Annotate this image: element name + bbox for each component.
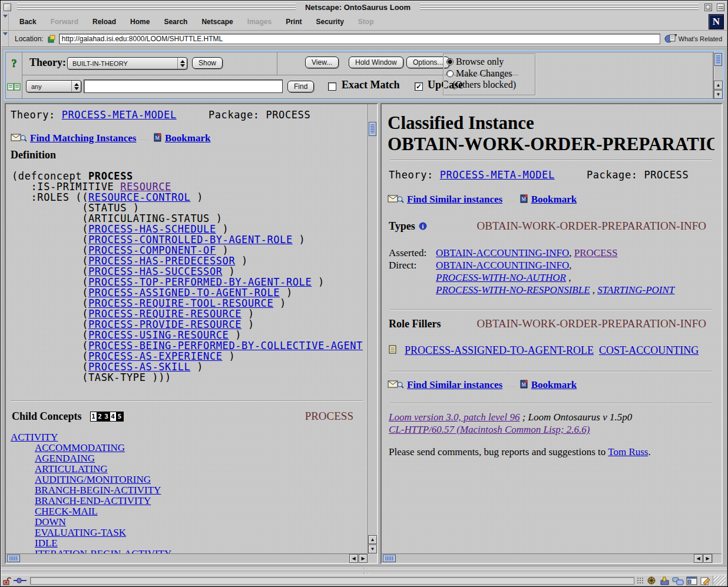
locationbar-collapse-tab[interactable] xyxy=(1,31,9,47)
concept-link[interactable]: PROCESS-TOP-PERFORMED-BY-AGENT-ROLE xyxy=(88,276,312,288)
make-changes-radio[interactable] xyxy=(446,70,454,77)
page-digit-5[interactable]: 5 xyxy=(117,412,123,421)
frame-resize-bar[interactable] xyxy=(1,571,727,575)
toolbar-button-reload[interactable]: Reload xyxy=(92,18,116,26)
cl-http-link[interactable]: CL-HTTP/60.57 (Macintosh Common Lisp; 2.… xyxy=(389,424,590,435)
direct-type-link[interactable]: STARTING-POINT xyxy=(597,284,674,296)
composer-icon[interactable] xyxy=(700,576,710,585)
exact-match-checkbox[interactable] xyxy=(328,82,336,91)
child-concept-link[interactable]: ACCOMMODATING xyxy=(35,442,125,453)
concept-link[interactable]: PROCESS-HAS-SCHEDULE xyxy=(88,223,216,235)
concept-link[interactable]: PROCESS-HAS-PREDECESSOR xyxy=(88,255,235,267)
address-book-icon[interactable] xyxy=(686,576,697,585)
discussions-icon[interactable] xyxy=(672,576,684,585)
hold-window-button[interactable]: Hold Window xyxy=(349,57,403,68)
concept-link[interactable]: PROCESS-CONTROLLED-BY-AGENT-ROLE xyxy=(88,234,293,246)
instance-frame-horizontal-scrollbar[interactable]: ◀ ▶ xyxy=(382,553,722,563)
concept-link[interactable]: PROCESS-ASSIGNED-TO-AGENT-ROLE xyxy=(88,287,280,299)
page-digit-4[interactable]: 4 xyxy=(110,412,117,421)
toolbar-button-back[interactable]: Back xyxy=(19,18,37,26)
theory-link[interactable]: PROCESS-META-MODEL xyxy=(440,169,555,181)
concept-frame-vscroll-thumb[interactable] xyxy=(369,122,376,136)
concept-frame-vertical-scrollbar[interactable]: ▲ ▼ xyxy=(368,104,377,553)
role-filler-link[interactable]: PROCESS-ASSIGNED-TO-AGENT-ROLE xyxy=(405,344,594,356)
mailbox-icon[interactable] xyxy=(659,576,670,585)
asserted-type-link[interactable]: PROCESS xyxy=(574,247,618,258)
concept-frame-scroll-left-button[interactable]: ◀ xyxy=(349,554,358,563)
page-digit-3[interactable]: 3 xyxy=(104,412,110,421)
concept-link[interactable]: PROCESS-COMPONENT-OF xyxy=(88,244,216,256)
concept-link[interactable]: PROCESS-USING-RESOURCE xyxy=(88,329,229,341)
note-icon[interactable] xyxy=(389,345,396,356)
concept-frame-scroll-up-button[interactable]: ▲ xyxy=(368,535,377,544)
page-digit-2[interactable]: 2 xyxy=(97,412,104,421)
concept-link[interactable]: RESOURCE xyxy=(120,181,171,193)
child-concept-link[interactable]: ITERATION-BEGIN-ACTIVITY xyxy=(35,548,171,553)
child-concept-link[interactable]: ARTICULATING xyxy=(35,463,108,475)
role-filler-link[interactable]: COST-ACCOUNTING xyxy=(599,344,699,356)
toolbar-button-search[interactable]: Search xyxy=(164,18,187,26)
toolbar-button-security[interactable]: Security xyxy=(316,18,344,26)
help-icon[interactable]: ? xyxy=(9,57,19,72)
bookmark-link[interactable]: Bookmark xyxy=(531,379,577,391)
child-concept-link[interactable]: BRANCH-BEGIN-ACTIVITY xyxy=(35,485,161,496)
child-concept-link[interactable]: DOWN xyxy=(35,516,66,528)
search-input[interactable] xyxy=(84,79,283,93)
child-concept-link[interactable]: BRANCH-END-ACTIVITY xyxy=(35,495,151,506)
frame-resize-bar[interactable] xyxy=(1,566,727,571)
upcase-checkbox[interactable] xyxy=(415,82,423,91)
concept-link[interactable]: PROCESS-REQUIRE-TOOL-RESOURCE xyxy=(88,297,273,309)
whats-related-button[interactable]: What's Related xyxy=(660,34,727,44)
control-frame-vscroll-thumb[interactable] xyxy=(714,53,722,66)
concept-frame-scroll-down-button[interactable]: ▼ xyxy=(368,545,377,553)
toolbar-collapse-tab[interactable] xyxy=(1,13,9,30)
concept-frame-hscroll-thumb[interactable] xyxy=(7,555,20,562)
control-frame-scroll-down-button[interactable]: ▼ xyxy=(714,90,723,99)
child-concept-link[interactable]: ACTIVITY xyxy=(11,432,58,443)
asserted-type-link[interactable]: OBTAIN-ACCOUNTING-INFO xyxy=(436,247,569,258)
concept-link[interactable]: PROCESS-BEING-PERFORMED-BY-COLLECTIVE-AG… xyxy=(88,340,363,351)
theory-link[interactable]: PROCESS-META-MODEL xyxy=(62,109,177,121)
concept-link[interactable]: RESOURCE-CONTROL xyxy=(88,191,190,203)
direct-type-link[interactable]: PROCESS-WITH-NO-AUTHOR xyxy=(436,272,566,283)
bookmark-page-icon[interactable] xyxy=(47,34,57,44)
toolbar-button-print[interactable]: Print xyxy=(286,18,302,26)
direct-type-link[interactable]: PROCESS-WITH-NO-RESPONSIBLE xyxy=(436,284,590,296)
find-similar-instances-link[interactable]: Find Similar instances xyxy=(407,194,502,205)
view-button[interactable]: View... xyxy=(305,57,339,68)
control-frame-scroll-up-button[interactable]: ▲ xyxy=(714,81,723,89)
direct-type-link[interactable]: OBTAIN-ACCOUNTING-INFO xyxy=(436,260,569,271)
instance-frame-scroll-right-button[interactable]: ▶ xyxy=(703,554,712,563)
toolbar-button-netscape[interactable]: Netscape xyxy=(201,18,233,26)
page-digit-1[interactable]: 1 xyxy=(91,412,97,421)
netscape-logo[interactable]: N xyxy=(709,14,724,29)
component-bar-grip[interactable] xyxy=(637,577,644,584)
child-concept-link[interactable]: AGENDAING xyxy=(35,453,95,464)
control-frame-vertical-scrollbar[interactable]: ▲ ▼ xyxy=(713,52,723,99)
collapse-button[interactable] xyxy=(717,4,724,11)
show-button[interactable]: Show xyxy=(192,57,223,69)
security-lock-open-icon[interactable] xyxy=(2,576,11,585)
zoom-button[interactable] xyxy=(704,4,712,11)
concept-link[interactable]: PROCESS-AS-EXPERIENCE xyxy=(88,350,223,362)
tom-russ-link[interactable]: Tom Russ xyxy=(608,446,648,457)
title-bar[interactable]: Netscape: OntoSaurus Loom xyxy=(1,1,727,13)
location-input[interactable] xyxy=(59,34,660,44)
find-similar-instances-link[interactable]: Find Similar instances xyxy=(407,379,502,391)
instance-frame-hscroll-thumb[interactable] xyxy=(383,555,396,562)
concept-link[interactable]: PROCESS-HAS-SUCCESSOR xyxy=(88,266,223,277)
close-button[interactable] xyxy=(4,4,11,11)
browse-only-radio[interactable] xyxy=(446,58,454,65)
concept-frame-scroll-right-button[interactable]: ▶ xyxy=(359,554,368,563)
child-concept-link[interactable]: IDLE xyxy=(35,538,58,549)
loom-version-link[interactable]: Loom version 3.0, patch level 96 xyxy=(389,412,519,423)
find-matching-instances-link[interactable]: Find Matching Instances xyxy=(30,132,136,144)
concept-link[interactable]: PROCESS-PROVIDE-RESOURCE xyxy=(88,319,241,330)
child-concept-link[interactable]: EVALUATING-TASK xyxy=(35,527,126,538)
bookmark-link[interactable]: Bookmark xyxy=(531,194,577,205)
child-concept-link[interactable]: CHECK-MAIL xyxy=(35,506,98,517)
concept-link[interactable]: PROCESS-AS-SKILL xyxy=(88,361,190,373)
concept-link[interactable]: PROCESS-REQUIRE-RESOURCE xyxy=(88,308,241,320)
toolbar-button-home[interactable]: Home xyxy=(130,18,150,26)
child-concept-link[interactable]: AUDITING/MONITORING xyxy=(35,474,151,485)
